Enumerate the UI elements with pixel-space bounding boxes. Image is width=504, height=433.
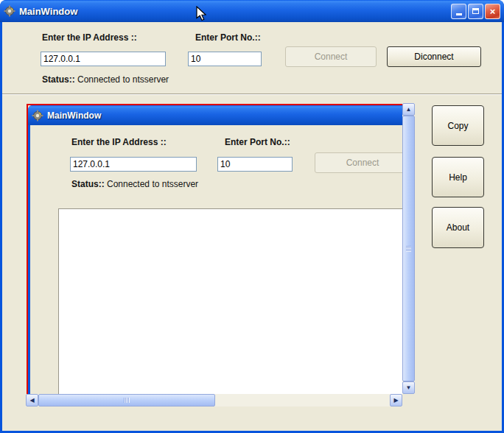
scroll-up-icon: ▲: [406, 107, 412, 113]
scroll-right-icon: ▶: [393, 398, 398, 404]
scroll-down-button[interactable]: ▼: [402, 381, 415, 394]
client-area: Enter the IP Address :: Enter Port No.::…: [2, 22, 502, 431]
horizontal-scrollbar[interactable]: ◀ ▶: [26, 394, 402, 406]
preview-app-icon: [32, 110, 43, 122]
close-button[interactable]: ×: [485, 4, 500, 19]
scrollbar-corner: [402, 394, 415, 406]
preview-status-value: Connected to ntsserver: [107, 179, 198, 189]
preview-ip-address-label: Enter the IP Address ::: [71, 137, 167, 147]
preview-port-label: Enter Port No.::: [225, 137, 290, 147]
port-input[interactable]: [188, 52, 262, 66]
status-value: Connected to ntsserver: [77, 74, 169, 85]
scroll-left-button[interactable]: ◀: [26, 394, 38, 406]
maximize-button[interactable]: [468, 4, 483, 19]
help-button[interactable]: Help: [432, 157, 484, 197]
preview-window-red-frame: MainWindow Enter the IP Address :: Enter…: [27, 104, 402, 394]
ip-address-input[interactable]: [41, 52, 166, 66]
disconnect-button[interactable]: Diconnect: [387, 46, 481, 67]
horizontal-scrollbar-thumb[interactable]: [38, 394, 215, 406]
port-label: Enter Port No.::: [195, 32, 261, 43]
copy-button[interactable]: Copy: [432, 105, 484, 146]
status-label: Status::: [42, 74, 75, 85]
app-icon: [4, 5, 15, 17]
preview-client-area: Enter the IP Address :: Enter Port No.::…: [30, 125, 402, 394]
vertical-scrollbar[interactable]: ▲ ▼: [402, 103, 415, 394]
scroll-down-icon: ▼: [406, 385, 412, 391]
close-icon: ×: [490, 7, 496, 16]
main-window: MainWindow × Enter the IP Address :: Ent…: [0, 0, 504, 433]
maximize-icon: [472, 8, 479, 14]
ip-address-label: Enter the IP Address ::: [42, 32, 137, 43]
window-controls: ×: [451, 4, 500, 19]
preview-port-input: [217, 157, 293, 172]
preview-text-area: [58, 208, 402, 394]
scroll-up-button[interactable]: ▲: [402, 103, 415, 116]
preview-titlebar: MainWindow: [28, 105, 402, 125]
preview-ip-address-input: [70, 157, 197, 172]
preview-window: MainWindow Enter the IP Address :: Enter…: [28, 105, 402, 394]
vertical-scrollbar-thumb[interactable]: [402, 116, 415, 381]
minimize-button[interactable]: [451, 4, 466, 19]
titlebar[interactable]: MainWindow ×: [0, 0, 504, 22]
preview-status-label: Status::: [71, 179, 105, 189]
preview-connect-button: Connect: [315, 152, 402, 173]
connect-button[interactable]: Connect: [285, 46, 377, 67]
minimize-icon: [456, 13, 462, 15]
scroll-left-icon: ◀: [29, 398, 34, 404]
preview-area: MainWindow Enter the IP Address :: Enter…: [26, 103, 415, 406]
about-button[interactable]: About: [432, 207, 484, 248]
scroll-right-button[interactable]: ▶: [390, 394, 402, 406]
preview-window-title: MainWindow: [47, 110, 101, 121]
mouse-cursor: [196, 6, 206, 21]
divider: [2, 94, 502, 94]
window-title: MainWindow: [19, 6, 77, 17]
preview-viewport: MainWindow Enter the IP Address :: Enter…: [26, 103, 402, 394]
